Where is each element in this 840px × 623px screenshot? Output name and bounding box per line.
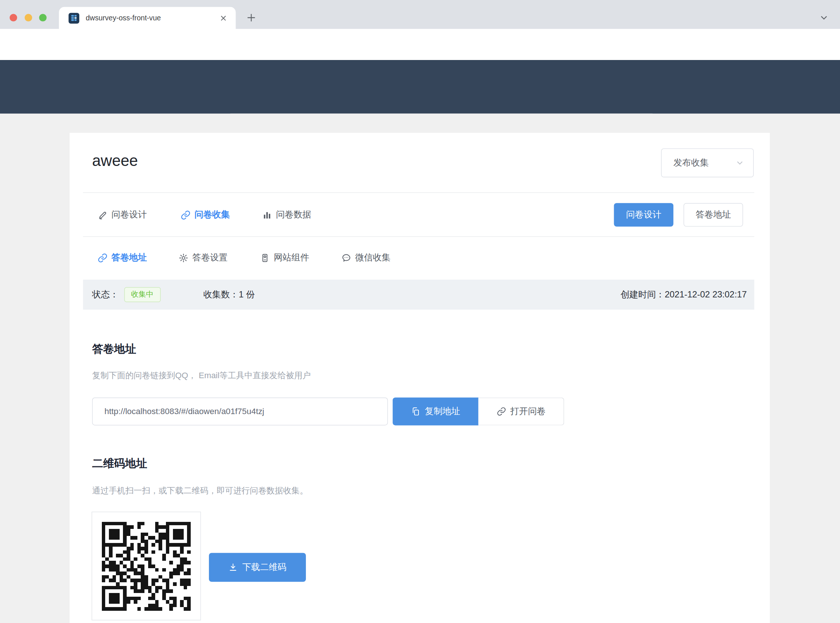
open-survey-label: 打开问卷 xyxy=(510,405,546,417)
tab-search-chevron-icon[interactable] xyxy=(819,12,829,23)
link-icon xyxy=(97,253,107,262)
bar-chart-icon xyxy=(262,210,272,219)
collect-count: 收集数：1 份 xyxy=(203,289,255,301)
subtab-label: 答卷地址 xyxy=(112,252,147,264)
download-icon xyxy=(228,563,238,572)
status-bar: 状态： 收集中 收集数：1 份 创建时间：2021-12-02 23:02:17 xyxy=(83,280,754,310)
qr-code-image xyxy=(102,522,191,611)
download-qr-button[interactable]: 下载二维码 xyxy=(209,553,306,582)
divider xyxy=(83,236,754,237)
pencil-icon xyxy=(97,210,107,219)
created-time: 创建时间：2021-12-02 23:02:17 xyxy=(620,289,746,301)
subtab-wechat-collect[interactable]: 微信收集 xyxy=(341,252,390,264)
maximize-window-button[interactable] xyxy=(39,14,47,21)
tab-survey-data[interactable]: 问卷数据 xyxy=(262,209,311,221)
qr-desc: 通过手机扫一扫，或下载二维码，即可进行问卷数据收集。 xyxy=(92,485,308,496)
qr-heading: 二维码地址 xyxy=(92,456,147,471)
chevron-down-icon xyxy=(735,158,745,168)
browser-toolbar: localhost:8083/#/dw/survey/c/url/c98fa14… xyxy=(0,29,840,60)
subtab-label: 网站组件 xyxy=(274,252,309,264)
new-tab-button[interactable] xyxy=(245,12,257,24)
copy-url-label: 复制地址 xyxy=(425,405,460,417)
survey-title: aweee xyxy=(92,152,138,170)
survey-url-input[interactable]: http://localhost:8083/#/diaowen/a01f75u4… xyxy=(92,397,388,425)
copy-url-button[interactable]: 复制地址 xyxy=(392,397,478,425)
link-icon xyxy=(180,210,190,219)
browser-window: dwsurvey-oss-front-vue localhost:8083/#/… xyxy=(0,0,840,623)
divider xyxy=(83,192,754,193)
subtab-label: 微信收集 xyxy=(355,252,390,264)
download-qr-label: 下载二维码 xyxy=(242,562,286,573)
subtab-answer-url[interactable]: 答卷地址 xyxy=(97,252,147,264)
qr-code xyxy=(92,511,201,620)
subtab-label: 答卷设置 xyxy=(192,252,227,264)
browser-tab-strip: dwsurvey-oss-front-vue xyxy=(0,0,840,29)
copy-icon xyxy=(411,407,420,416)
tab-survey-collect[interactable]: 问卷收集 xyxy=(180,209,230,221)
close-window-button[interactable] xyxy=(10,14,17,21)
tab-title: dwsurvey-oss-front-vue xyxy=(86,14,219,22)
tab-label: 问卷设计 xyxy=(112,209,147,221)
status-badge: 收集中 xyxy=(124,287,160,302)
tab-label: 问卷收集 xyxy=(195,209,230,221)
answer-url-heading: 答卷地址 xyxy=(92,341,136,356)
survey-design-button[interactable]: 问卷设计 xyxy=(614,203,674,227)
answer-url-desc: 复制下面的问卷链接到QQ， Email等工具中直接发给被用户 xyxy=(92,370,311,381)
open-survey-button[interactable]: 打开问卷 xyxy=(478,397,564,425)
minimize-window-button[interactable] xyxy=(25,14,32,21)
browser-tab[interactable]: dwsurvey-oss-front-vue xyxy=(59,7,236,29)
widget-badge-icon xyxy=(260,253,270,262)
app-navbar: DIAOWEN 调问 OSS 我的问卷 个人中心 用户管理 service@di… xyxy=(0,60,840,114)
subtab-site-widget[interactable]: 网站组件 xyxy=(260,252,309,264)
link-icon xyxy=(496,407,506,416)
tab-close-icon[interactable] xyxy=(219,13,228,23)
subtab-answer-settings[interactable]: 答卷设置 xyxy=(178,252,228,264)
answer-url-button[interactable]: 答卷地址 xyxy=(684,203,743,227)
tab-label: 问卷数据 xyxy=(276,209,311,221)
survey-url-value: http://localhost:8083/#/diaowen/a01f75u4… xyxy=(104,407,264,416)
chat-bubble-icon xyxy=(341,253,351,262)
status-label: 状态： xyxy=(92,289,119,301)
gear-icon xyxy=(178,253,189,262)
tab-survey-design[interactable]: 问卷设计 xyxy=(97,209,147,221)
site-favicon xyxy=(69,12,79,23)
publish-collect-select[interactable]: 发布收集 xyxy=(661,149,754,177)
publish-select-value: 发布收集 xyxy=(673,157,735,169)
